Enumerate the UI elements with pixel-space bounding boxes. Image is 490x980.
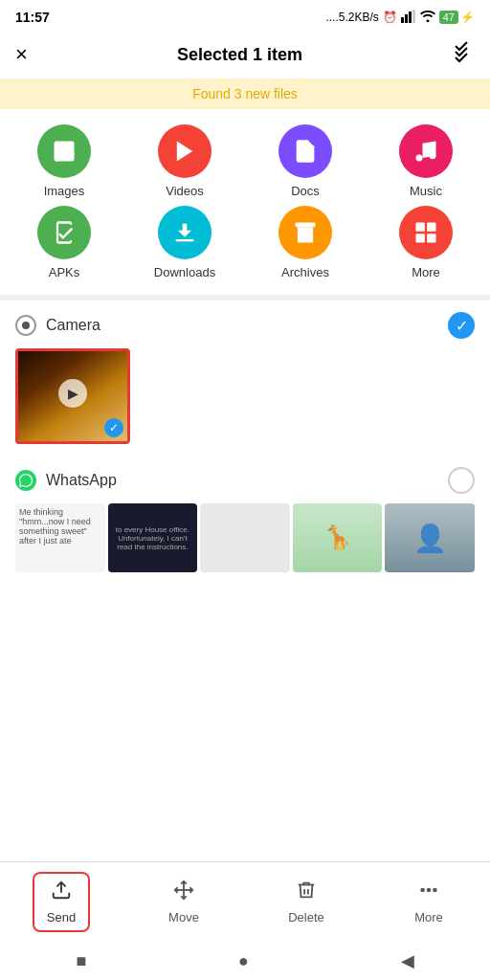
svg-rect-0 [401,17,404,23]
svg-rect-1 [405,14,408,23]
nav-square[interactable]: ■ [76,951,86,971]
thumb-check-0: ✓ [104,418,123,437]
nav-triangle[interactable]: ◀ [401,950,414,971]
wa-thumb-text-0: Me thinking "hmm...now I need something … [15,503,105,572]
music-label: Music [410,184,442,198]
svg-rect-11 [302,231,309,233]
network-speed: ....5.2KB/s [325,11,378,24]
more-label: More [412,265,440,279]
send-icon [51,880,72,906]
category-docs[interactable]: Docs [249,124,362,198]
category-grid: Images Videos Docs Music APKs Downloads [0,109,490,295]
svg-point-21 [421,889,424,892]
svg-point-8 [430,152,436,159]
apks-label: APKs [49,265,80,279]
wa-thumb-4[interactable]: 👤 [385,503,475,572]
category-archives[interactable]: Archives [249,206,362,279]
docs-label: Docs [291,184,320,198]
svg-rect-14 [416,234,425,242]
wa-thumb-person-4: 👤 [385,503,475,572]
camera-header: Camera ✓ [15,312,475,339]
camera-title-row: Camera [15,315,100,336]
svg-rect-12 [416,223,425,232]
status-bar: 11:57 ....5.2KB/s ⏰ 47 ⚡ [0,0,490,31]
svg-point-5 [58,145,61,149]
svg-rect-10 [298,227,313,242]
svg-point-7 [416,155,423,162]
whatsapp-title-row: WhatsApp [15,470,117,491]
svg-point-20 [434,889,436,892]
camera-icon [15,315,36,336]
wa-thumb-2[interactable] [200,503,290,572]
svg-rect-15 [427,234,435,242]
header: × Selected 1 item [0,31,490,78]
alarm-icon: ⏰ [383,11,397,24]
delete-button[interactable]: Delete [278,880,335,924]
wa-thumb-0[interactable]: Me thinking "hmm...now I need something … [15,503,105,572]
wa-thumb-empty-2 [200,503,290,572]
wa-thumb-giraffe-3: 🦒 [293,503,383,572]
notification-banner: Found 3 new files [0,78,490,109]
whatsapp-check[interactable] [448,467,475,494]
svg-rect-9 [296,223,316,228]
move-button[interactable]: Move [155,880,212,924]
more-label: More [414,910,443,924]
nav-bar: ■ ● ◀ [0,942,490,980]
svg-rect-2 [409,11,412,23]
category-more[interactable]: More [369,206,482,279]
wa-thumb-1[interactable]: to every House office. Unfortunately, I … [108,503,198,572]
media-thumb-0[interactable]: ▶ ✓ [15,348,130,444]
camera-title: Camera [46,317,100,334]
camera-section: Camera ✓ ▶ ✓ [0,301,490,456]
select-all-button[interactable] [452,40,475,69]
more-button[interactable]: More [400,880,457,924]
more-icon [418,880,439,906]
svg-rect-3 [412,10,415,23]
delete-label: Delete [288,910,324,924]
move-icon [173,880,194,906]
svg-point-19 [428,889,431,892]
camera-check[interactable]: ✓ [448,312,475,339]
whatsapp-icon [15,470,36,491]
status-icons: ....5.2KB/s ⏰ 47 ⚡ [325,10,475,26]
images-label: Images [44,184,85,198]
category-music[interactable]: Music [369,124,482,198]
whatsapp-header: WhatsApp [15,467,475,494]
close-button[interactable]: × [15,42,28,67]
whatsapp-section: WhatsApp Me thinking "hmm...now I need s… [0,456,490,584]
svg-marker-6 [177,142,192,162]
play-icon[interactable]: ▶ [58,379,87,408]
notification-text: Found 3 new files [192,86,298,101]
category-images[interactable]: Images [8,124,121,198]
nav-circle[interactable]: ● [238,951,249,971]
wa-thumb-3[interactable]: 🦒 [293,503,383,572]
camera-media-row: ▶ ✓ [15,348,475,444]
wa-thumb-dark-1: to every House office. Unfortunately, I … [108,503,198,572]
whatsapp-media-row: Me thinking "hmm...now I need something … [15,503,475,572]
move-label: Move [168,910,199,924]
page-title: Selected 1 item [177,45,302,65]
whatsapp-title: WhatsApp [46,472,117,489]
archives-label: Archives [281,265,329,279]
signal-icon [401,10,416,26]
category-apks[interactable]: APKs [8,206,121,279]
bottom-toolbar: Send Move Delete [0,861,490,942]
downloads-label: Downloads [154,265,215,279]
category-videos[interactable]: Videos [128,124,241,198]
send-label: Send [47,910,76,924]
svg-rect-13 [427,223,435,232]
battery-icon: 47 ⚡ [439,11,475,24]
send-button[interactable]: Send [33,872,90,932]
delete-icon [296,880,317,906]
wifi-icon [420,11,435,25]
category-downloads[interactable]: Downloads [128,206,241,279]
status-time: 11:57 [15,10,50,25]
videos-label: Videos [166,184,204,198]
